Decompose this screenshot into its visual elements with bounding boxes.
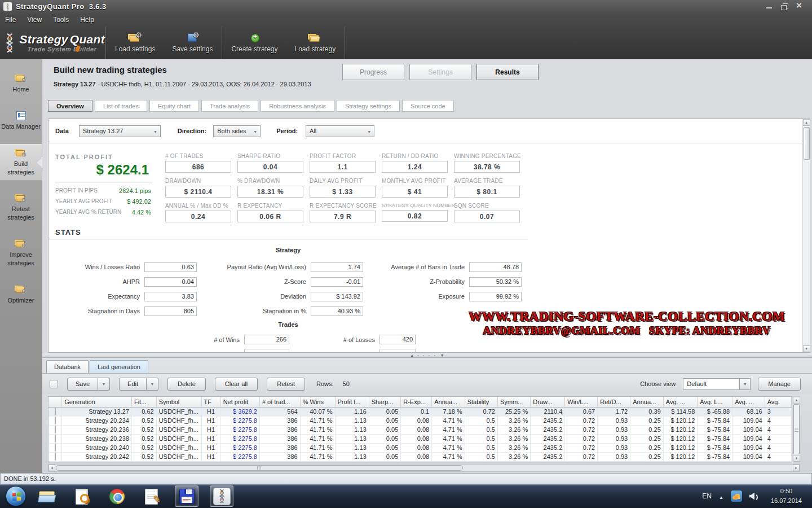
row-checkbox[interactable] <box>55 426 56 433</box>
tab-list-of-trades[interactable]: List of trades <box>95 100 147 112</box>
column-header-of-trad[interactable]: # of trad... <box>259 397 300 407</box>
tab-overview[interactable]: Overview <box>48 100 92 112</box>
tab-robustness-analysis[interactable]: Robustness analysis <box>261 100 334 112</box>
sidebar-item-improve-strategies[interactable]: Improve strategies <box>0 235 42 272</box>
row-checkbox[interactable] <box>55 408 56 415</box>
column-header-avg[interactable]: Avg. ... <box>732 397 765 407</box>
scroll-up-icon[interactable] <box>793 397 800 404</box>
menu-view[interactable]: View <box>27 16 42 24</box>
sidebar-item-home[interactable]: Home <box>0 69 42 98</box>
data-dropdown[interactable]: Strategy 13.27 <box>79 125 161 137</box>
menu-file[interactable]: File <box>5 16 16 24</box>
databank-tab-last-generation[interactable]: Last generation <box>90 360 148 373</box>
load-strategy-button[interactable]: Load strategy <box>286 27 344 59</box>
column-header-sharp[interactable]: Sharp... <box>369 397 400 407</box>
column-header-annua[interactable]: Annua... <box>630 397 664 407</box>
taskbar-app-chrome[interactable] <box>105 485 129 507</box>
splitter-grip[interactable] <box>417 354 437 357</box>
speaker-icon[interactable] <box>749 492 758 501</box>
taskbar-app-floppy-disk[interactable] <box>175 485 198 507</box>
row-checkbox[interactable] <box>55 435 56 443</box>
taskbar-app-notepad[interactable] <box>140 485 164 507</box>
table-row[interactable]: Strategy 20.2400.52USDCHF_fh...H1$ 2275.… <box>48 443 792 452</box>
column-header-avg[interactable]: Avg. ... <box>663 397 698 407</box>
column-header-ret-d[interactable]: Ret/D... <box>598 397 630 407</box>
close-icon[interactable] <box>795 3 803 10</box>
row-checkbox[interactable] <box>55 453 56 461</box>
scroll-down-icon[interactable] <box>793 455 800 462</box>
table-horizontal-scrollbar[interactable] <box>48 464 800 472</box>
column-header-net-profit[interactable]: Net profit <box>220 397 259 407</box>
taskbar-app-explorer-folder[interactable] <box>35 485 59 507</box>
create-strategy-button[interactable]: Create strategy <box>223 27 286 59</box>
menu-tools[interactable]: Tools <box>53 16 69 24</box>
column-header-wins[interactable]: % Wins <box>300 397 335 407</box>
clear-all-button[interactable]: Clear all <box>215 378 258 391</box>
load-settings-button[interactable]: Load settings <box>107 27 164 59</box>
edit-button[interactable]: Edit <box>119 378 147 391</box>
scroll-down-icon[interactable] <box>803 345 810 352</box>
save-button[interactable]: Save <box>67 378 98 391</box>
save-menu-arrow-icon[interactable] <box>98 378 110 391</box>
scroll-left-icon[interactable] <box>48 465 55 471</box>
column-header-annua[interactable]: Annua... <box>432 397 465 407</box>
sidebar-item-retest-strategies[interactable]: Retest strategies <box>0 189 42 226</box>
databank-tab-databank[interactable]: Databank <box>46 360 89 373</box>
column-header-draw[interactable]: Draw... <box>531 397 565 407</box>
manage-button[interactable]: Manage <box>758 378 801 391</box>
results-button[interactable]: Results <box>476 64 539 80</box>
column-header-tf[interactable]: TF <box>201 397 220 407</box>
table-row[interactable]: Strategy 20.2420.52USDCHF_fh...H1$ 2275.… <box>48 452 792 461</box>
taskbar-app-strategyquant-dna[interactable] <box>210 485 233 507</box>
scroll-right-icon[interactable] <box>793 465 800 471</box>
menu-help[interactable]: Help <box>80 16 94 24</box>
column-header-symm[interactable]: Symm... <box>497 397 530 407</box>
show-hidden-icons[interactable] <box>719 491 723 501</box>
progress-button[interactable]: Progress <box>342 64 404 80</box>
table-vertical-scrollbar[interactable] <box>793 396 800 462</box>
table-row[interactable]: Strategy 13.270.62USDCHF_fh...H1$ 3629.2… <box>48 407 792 416</box>
sidebar-item-build-strategies[interactable]: Build strategies <box>0 144 42 181</box>
tab-equity-chart[interactable]: Equity chart <box>149 100 199 112</box>
tab-trade-analysis[interactable]: Trade analysis <box>201 100 258 112</box>
choose-view-dropdown[interactable]: Default <box>683 378 751 390</box>
select-all-checkbox[interactable] <box>50 380 58 388</box>
edit-menu-arrow-icon[interactable] <box>147 378 158 391</box>
collapse-down-icon[interactable] <box>440 353 444 357</box>
scrollbar-thumb[interactable] <box>793 404 800 454</box>
column-header-win-l[interactable]: Win/L... <box>565 397 598 407</box>
table-row[interactable]: Strategy 20.2380.52USDCHF_fh...H1$ 2275.… <box>48 434 792 443</box>
scrollbar-thumb[interactable] <box>804 127 810 160</box>
scrollbar-thumb[interactable] <box>56 465 463 471</box>
direction-dropdown[interactable]: Both sides <box>213 125 261 137</box>
start-button[interactable] <box>6 486 26 506</box>
column-header-symbol[interactable]: Symbol <box>156 397 201 407</box>
column-header-generation[interactable]: Generation <box>62 397 132 407</box>
tab-strategy-settings[interactable]: Strategy settings <box>337 100 400 112</box>
save-settings-button[interactable]: Save settings <box>164 27 221 59</box>
column-header-fit[interactable]: Fit... <box>131 397 156 407</box>
overview-scrollbar[interactable] <box>802 119 810 352</box>
table-row[interactable]: Strategy 20.2340.52USDCHF_fh...H1$ 2275.… <box>48 416 792 425</box>
scroll-up-icon[interactable] <box>803 119 810 126</box>
retest-button[interactable]: Retest <box>267 378 305 391</box>
restore-icon[interactable] <box>780 3 788 10</box>
tab-source-code[interactable]: Source code <box>402 100 454 112</box>
collapse-up-icon[interactable] <box>410 353 414 357</box>
language-indicator[interactable]: EN <box>702 492 712 500</box>
sidebar-item-data-manager[interactable]: Data Manager <box>0 107 42 135</box>
row-checkbox[interactable] <box>55 444 56 452</box>
column-header-r-exp[interactable]: R-Exp... <box>401 397 432 407</box>
column-header-avg-l[interactable]: Avg. L... <box>698 397 732 407</box>
row-checkbox[interactable] <box>55 417 56 424</box>
column-header-stability[interactable]: Stability <box>465 397 497 407</box>
table-row[interactable]: Strategy 20.2360.52USDCHF_fh...H1$ 2275.… <box>48 425 792 434</box>
panel-splitter[interactable] <box>42 353 812 358</box>
taskbar-app-search-document[interactable] <box>70 485 94 507</box>
column-header-avg[interactable]: Avg. <box>765 397 791 407</box>
column-header-profit-f[interactable]: Profit f... <box>335 397 369 407</box>
delete-button[interactable]: Delete <box>167 378 206 391</box>
period-dropdown[interactable]: All <box>306 125 374 137</box>
sidebar-item-optimizer[interactable]: Optimizer <box>0 281 42 309</box>
clock[interactable]: 0:50 16.07.2014 <box>765 487 807 506</box>
